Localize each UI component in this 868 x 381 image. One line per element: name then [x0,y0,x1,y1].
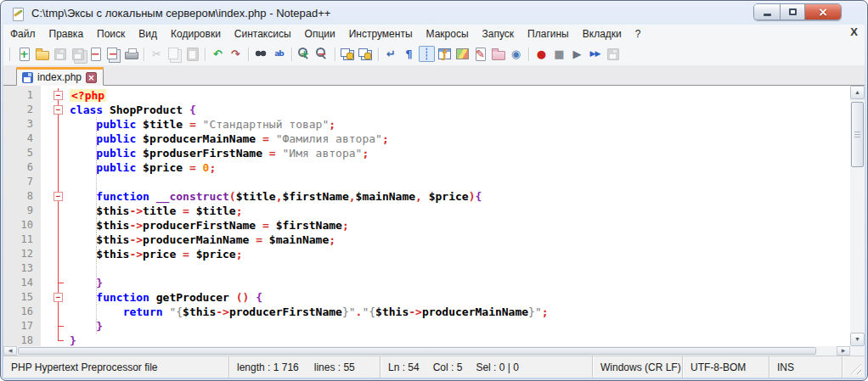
bookmark-margin[interactable] [41,233,51,247]
redo-icon[interactable]: ↷ [228,46,244,62]
saved-file-icon [22,72,33,83]
line-number: 2 [3,103,41,117]
sync-vertical-scrolling-icon[interactable] [340,46,356,62]
fold-collapse-icon[interactable]: − [54,105,63,115]
status-encoding[interactable]: UTF-8-BOM [683,356,769,378]
bookmark-margin[interactable] [41,175,51,189]
horizontal-scrollbar-thumb[interactable] [18,347,816,355]
close-all-files-icon[interactable]: − [105,46,121,62]
bookmark-margin[interactable] [41,117,51,132]
restore-button[interactable] [780,4,804,20]
minimize-button[interactable] [754,4,780,20]
menu-item-3[interactable]: Поиск [90,25,132,42]
bookmark-margin[interactable] [41,333,51,346]
function-list-icon[interactable]: ƒ [437,46,453,62]
toolbar-separator [378,48,379,61]
new-file-icon[interactable]: + [16,46,32,62]
toolbar-grip[interactable] [6,48,10,61]
undo-icon[interactable]: ↶ [210,46,226,62]
bookmark-margin[interactable] [41,290,51,305]
scroll-up-icon[interactable]: ▲ [850,86,865,99]
status-filler [843,356,865,378]
bookmark-margin[interactable] [41,247,51,261]
title-bar[interactable]: C:\tmp\Эксы с локальным сервером\index.p… [3,2,865,25]
show-all-characters-icon[interactable]: ¶ [401,46,417,62]
menu-item-7[interactable]: Опции [298,25,342,42]
menu-item-12[interactable]: Вкладки [576,25,628,42]
bookmark-margin[interactable] [41,319,51,333]
bookmark-margin[interactable] [41,189,51,204]
fold-collapse-icon[interactable]: − [54,91,63,100]
save-all-icon[interactable] [70,46,86,62]
fold-collapse-icon[interactable]: − [54,293,63,302]
bookmark-margin[interactable] [41,132,51,146]
document-map-icon[interactable] [454,46,471,62]
bookmark-margin[interactable] [41,261,51,276]
menu-item-10[interactable]: Запуск [476,25,521,42]
menu-item-2[interactable]: Правка [42,25,91,42]
menu-item-13[interactable]: ? [628,25,648,42]
status-eol-format[interactable]: Windows (CR LF) [593,356,683,378]
menu-item-9[interactable]: Макросы [420,25,476,42]
document-list-icon[interactable]: ✎ [472,46,488,62]
scroll-left-icon[interactable]: ◀ [3,346,17,356]
code-line: 18} [3,333,850,346]
bookmark-margin[interactable] [41,146,51,160]
fold-margin: − [51,88,66,103]
print-icon[interactable] [123,46,139,62]
macro-playback-icon[interactable]: ▶ [569,46,585,62]
close-file-icon[interactable]: − [87,46,104,62]
close-button[interactable]: × [804,4,841,20]
bookmark-margin[interactable] [41,88,51,103]
tab-close-icon[interactable]: × [86,72,97,83]
replace-icon[interactable]: ab [271,46,287,62]
bookmark-margin[interactable] [41,204,51,218]
find-icon[interactable] [253,46,269,62]
vertical-scrollbar[interactable]: ▲ ▼ [850,86,865,346]
menu-item-5[interactable]: Кодировки [164,25,228,42]
bookmark-margin[interactable] [41,218,51,233]
folder-as-workspace-icon[interactable] [490,46,506,62]
macro-record-icon[interactable]: ● [533,46,550,62]
save-icon[interactable] [52,46,68,62]
menubar-close-button[interactable]: X [850,26,858,37]
zoom-in-icon[interactable]: + [296,46,313,62]
code-line: 8− function __construct($title,$firstNam… [3,189,850,204]
bookmark-margin[interactable] [41,160,51,175]
code-area[interactable]: 1−<?php2−class ShopProduct {3 public $ti… [3,86,850,346]
menu-bar: ФайлПравкаПоискВидКодировкиСинтаксисыОпц… [3,25,865,42]
menu-item-6[interactable]: Синтаксисы [228,25,298,42]
macro-stop-icon[interactable]: ■ [551,46,567,62]
bookmark-margin[interactable] [41,305,51,319]
copy-icon[interactable] [166,46,183,62]
indent-guide [96,175,97,189]
open-file-icon[interactable] [34,46,50,62]
vertical-scrollbar-thumb[interactable] [851,102,864,167]
macro-run-multiple-icon[interactable]: ▶▶ [587,46,603,62]
tab-index-php[interactable]: index.php × [16,67,104,86]
cut-icon[interactable]: ✂ [149,46,165,62]
menu-item-4[interactable]: Вид [132,25,164,42]
fold-collapse-icon[interactable]: − [54,192,63,201]
bookmark-margin[interactable] [41,103,51,117]
paste-icon[interactable] [184,46,200,62]
menu-item-8[interactable]: Инструменты [342,25,420,42]
scroll-down-icon[interactable]: ▼ [850,333,865,346]
menu-item-1[interactable]: Файл [3,25,42,42]
code-line: 13 [3,261,850,276]
bookmark-margin[interactable] [41,276,51,290]
code-text: } [66,333,76,346]
word-wrap-icon[interactable]: ↵ [383,46,399,62]
sync-horizontal-scrolling-icon[interactable] [358,46,374,62]
status-insert-mode[interactable]: INS [769,356,843,378]
monitoring-icon[interactable]: ◉ [508,46,524,62]
line-number: 8 [3,189,41,204]
horizontal-scrollbar[interactable]: ◀ ▶ [3,346,850,356]
zoom-out-icon[interactable]: − [314,46,330,62]
scroll-right-icon[interactable]: ▶ [837,346,850,356]
menu-item-11[interactable]: Плагины [521,25,576,42]
line-number: 7 [3,175,41,189]
indent-guide [96,290,97,305]
show-indent-guide-icon[interactable]: ┊ [419,46,435,62]
macro-save-icon[interactable] [605,46,621,62]
